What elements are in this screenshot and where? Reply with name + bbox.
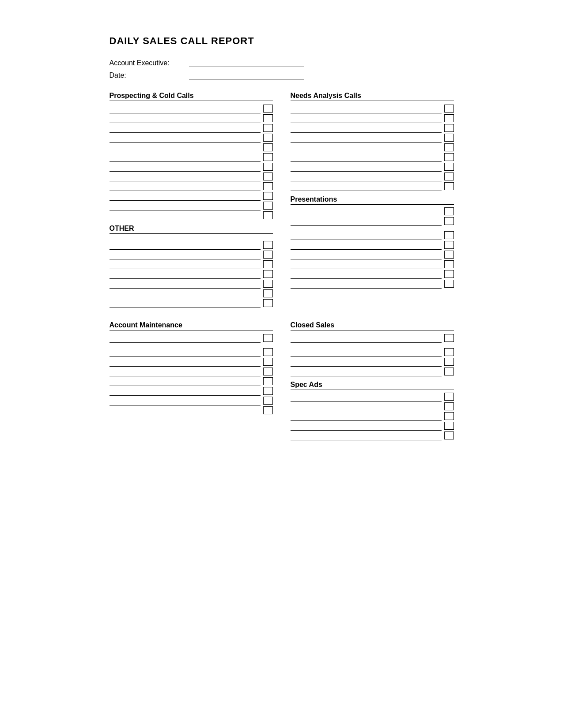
other-title: OTHER: [110, 225, 273, 234]
closed-sales-title: Closed Sales: [291, 321, 454, 330]
table-row: [291, 421, 454, 431]
table-row: [291, 113, 454, 123]
table-row: [110, 172, 273, 181]
table-row: [110, 333, 273, 343]
table-row: [291, 172, 454, 181]
table-row: [291, 230, 454, 240]
account-executive-input[interactable]: [189, 59, 304, 67]
table-row: [291, 392, 454, 402]
table-row: [110, 113, 273, 123]
table-row: [291, 402, 454, 411]
table-row: [291, 143, 454, 152]
table-row: [291, 216, 454, 226]
table-row: [110, 357, 273, 367]
table-row: [291, 333, 454, 343]
table-row: [291, 367, 454, 376]
table-row: [110, 201, 273, 210]
table-row: [291, 123, 454, 133]
right-top-section: Needs Analysis Calls Presentations: [291, 92, 454, 308]
table-row: [291, 269, 454, 279]
table-row: [291, 206, 454, 216]
right-bottom-section: Closed Sales Spec Ads: [291, 321, 454, 440]
table-row: [110, 376, 273, 386]
table-row: [291, 104, 454, 113]
table-row: [110, 152, 273, 162]
table-row: [291, 431, 454, 440]
bottom-sections-row: Account Maintenance Closed Sales Spec Ad…: [110, 321, 454, 440]
table-row: [110, 269, 273, 279]
table-row: [291, 133, 454, 143]
table-row: [291, 279, 454, 289]
page: DAILY SALES CALL REPORT Account Executiv…: [83, 0, 480, 489]
table-row: [110, 298, 273, 308]
table-row: [291, 181, 454, 191]
table-row: [110, 104, 273, 113]
table-row: [110, 210, 273, 220]
table-row: [110, 123, 273, 133]
date-field: Date:: [110, 71, 454, 79]
table-row: [291, 162, 454, 172]
report-title: DAILY SALES CALL REPORT: [110, 35, 454, 47]
account-executive-label: Account Executive:: [110, 59, 189, 67]
table-row: [110, 259, 273, 269]
table-row: [110, 143, 273, 152]
spec-ads-title: Spec Ads: [291, 381, 454, 390]
table-row: [291, 240, 454, 250]
presentations-title: Presentations: [291, 195, 454, 205]
table-row: [110, 250, 273, 259]
table-row: [291, 347, 454, 357]
table-row: [110, 386, 273, 396]
account-executive-field: Account Executive:: [110, 59, 454, 67]
table-row: [110, 162, 273, 172]
table-row: [110, 191, 273, 201]
table-row: [291, 152, 454, 162]
table-row: [291, 250, 454, 259]
date-label: Date:: [110, 71, 189, 79]
table-row: [110, 405, 273, 415]
left-top-section: Prospecting & Cold Calls OTHER: [110, 92, 273, 308]
top-sections-row: Prospecting & Cold Calls OTHER: [110, 92, 454, 308]
prospecting-title: Prospecting & Cold Calls: [110, 92, 273, 101]
table-row: [110, 289, 273, 298]
table-row: [110, 181, 273, 191]
account-maintenance-title: Account Maintenance: [110, 321, 273, 330]
header-fields: Account Executive: Date:: [110, 59, 454, 79]
table-row: [110, 133, 273, 143]
table-row: [110, 347, 273, 357]
table-row: [110, 367, 273, 376]
table-row: [110, 279, 273, 289]
table-row: [110, 240, 273, 250]
needs-analysis-title: Needs Analysis Calls: [291, 92, 454, 101]
table-row: [291, 411, 454, 421]
table-row: [291, 259, 454, 269]
table-row: [291, 357, 454, 367]
account-maintenance-section: Account Maintenance: [110, 321, 273, 440]
date-input[interactable]: [189, 71, 304, 79]
table-row: [110, 396, 273, 405]
